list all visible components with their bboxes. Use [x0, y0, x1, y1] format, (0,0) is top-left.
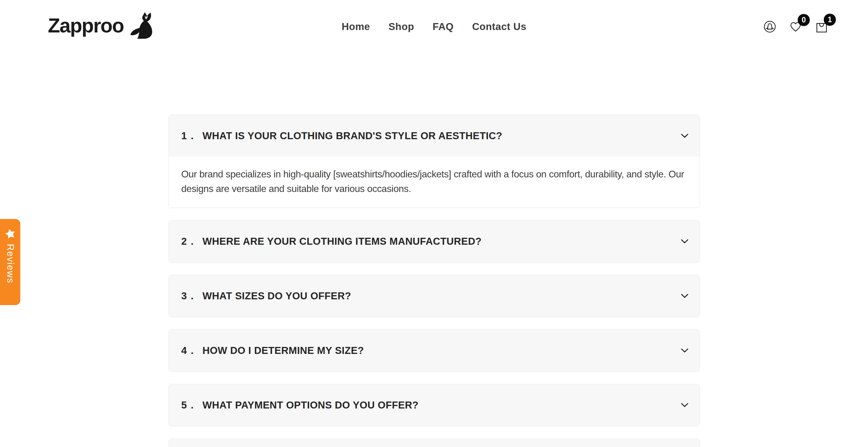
chevron-down-icon: [681, 294, 689, 298]
faq-number: 5 .: [181, 399, 203, 411]
account-icon: [764, 20, 776, 33]
cart-count-badge: 1: [824, 13, 836, 26]
faq-number: 4 .: [181, 345, 203, 356]
nav-contact-us[interactable]: Contact Us: [472, 21, 526, 32]
faq-question-text: WHERE ARE YOUR CLOTHING ITEMS MANUFACTUR…: [203, 236, 675, 247]
fox-logo-icon: [129, 11, 153, 39]
faq-number: 2 .: [181, 236, 203, 247]
chevron-down-icon: [681, 403, 689, 408]
faq-question-text: WHAT PAYMENT OPTIONS DO YOU OFFER?: [203, 399, 675, 411]
faq-question-toggle-1[interactable]: 1 . WHAT IS YOUR CLOTHING BRAND'S STYLE …: [169, 115, 700, 156]
brand-logo-text: Zapproo: [48, 16, 124, 35]
faq-list: 1 . WHAT IS YOUR CLOTHING BRAND'S STYLE …: [168, 115, 700, 447]
faq-question-text: HOW DO I DETERMINE MY SIZE?: [203, 345, 675, 356]
faq-question-toggle-2[interactable]: 2 . WHERE ARE YOUR CLOTHING ITEMS MANUFA…: [169, 220, 700, 262]
faq-question-toggle-4[interactable]: 4 . HOW DO I DETERMINE MY SIZE?: [169, 330, 700, 371]
faq-question-text: WHAT IS YOUR CLOTHING BRAND'S STYLE OR A…: [203, 130, 675, 142]
faq-question-text: WHAT SIZES DO YOU OFFER?: [203, 290, 675, 302]
faq-item-5: 5 . WHAT PAYMENT OPTIONS DO YOU OFFER?: [168, 384, 700, 426]
star-icon: [3, 227, 17, 240]
faq-question-toggle-6[interactable]: [169, 439, 700, 447]
reviews-tab-label: Reviews: [5, 244, 16, 284]
faq-question-toggle-3[interactable]: 3 . WHAT SIZES DO YOU OFFER?: [169, 275, 700, 317]
faq-item-3: 3 . WHAT SIZES DO YOU OFFER?: [168, 275, 700, 317]
faq-item-6: [168, 439, 700, 447]
chevron-down-icon: [681, 133, 689, 138]
faq-number: 3 .: [181, 290, 203, 302]
site-header: Zapproo Home Shop FAQ Contact Us 0: [0, 0, 868, 53]
wishlist-count-badge: 0: [798, 14, 810, 26]
account-button[interactable]: [764, 20, 776, 33]
main-nav: Home Shop FAQ Contact Us: [342, 0, 526, 53]
faq-number: 1 .: [181, 130, 203, 142]
faq-question-toggle-5[interactable]: 5 . WHAT PAYMENT OPTIONS DO YOU OFFER?: [169, 384, 700, 426]
nav-faq[interactable]: FAQ: [433, 21, 454, 32]
brand-logo[interactable]: Zapproo: [48, 10, 153, 41]
cart-button[interactable]: 1: [815, 20, 828, 33]
wishlist-button[interactable]: 0: [789, 20, 802, 33]
faq-item-1: 1 . WHAT IS YOUR CLOTHING BRAND'S STYLE …: [168, 115, 700, 208]
nav-home[interactable]: Home: [342, 21, 370, 32]
faq-item-4: 4 . HOW DO I DETERMINE MY SIZE?: [168, 329, 700, 371]
chevron-down-icon: [681, 348, 689, 353]
faq-answer: Our brand specializes in high-quality [s…: [169, 156, 700, 207]
header-icons: 0 1: [764, 0, 828, 53]
faq-item-2: 2 . WHERE ARE YOUR CLOTHING ITEMS MANUFA…: [168, 220, 700, 262]
reviews-tab[interactable]: Reviews: [0, 219, 20, 305]
nav-shop[interactable]: Shop: [389, 21, 414, 32]
chevron-down-icon: [681, 239, 689, 244]
